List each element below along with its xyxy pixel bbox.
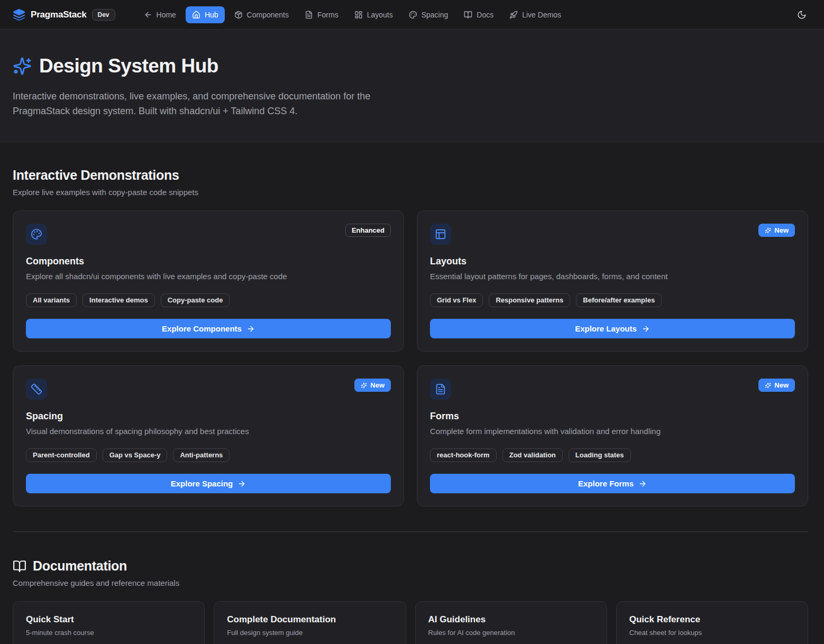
layers-icon: [13, 8, 25, 21]
nav-items: Home Hub Components Forms Layouts Spacin…: [138, 6, 568, 23]
arrow-left-icon: [144, 11, 152, 19]
tag-row: Grid vs Flex Responsive patterns Before/…: [430, 293, 795, 307]
nav-item-label: Layouts: [367, 11, 393, 19]
nav-item-forms[interactable]: Forms: [298, 6, 345, 23]
palette-icon: [409, 11, 417, 19]
top-nav: PragmaStack Dev Home Hub Components Form…: [0, 0, 824, 30]
sparkles-icon: [361, 382, 367, 389]
tag: Interactive demos: [83, 293, 155, 307]
page-description: Interactive demonstrations, live example…: [13, 89, 404, 118]
brand-name: PragmaStack: [31, 10, 87, 20]
tag: Zod validation: [502, 448, 563, 462]
tag: Copy-paste code: [161, 293, 230, 307]
rocket-icon: [509, 11, 518, 19]
demo-card-forms: New Forms Complete form implementations …: [417, 365, 808, 507]
demos-section-subheading: Explore live examples with copy-paste co…: [13, 188, 808, 197]
nav-item-live-demos[interactable]: Live Demos: [503, 6, 567, 23]
explore-layouts-button[interactable]: Explore Layouts: [430, 319, 795, 338]
tag: Gap vs Space-y: [103, 448, 168, 462]
tag: All variants: [26, 293, 77, 307]
button-label: Explore Spacing: [171, 479, 233, 488]
nav-item-label: Components: [247, 11, 289, 19]
doc-card-quick-reference[interactable]: Quick Reference Cheat sheet for lookups: [616, 601, 808, 644]
tag: Responsive patterns: [489, 293, 570, 307]
new-badge: New: [758, 379, 795, 392]
panels-top-left-icon: [430, 224, 451, 245]
doc-card-description: Cheat sheet for lookups: [629, 629, 795, 637]
button-label: Explore Components: [162, 324, 242, 333]
doc-card-description: Full design system guide: [227, 629, 392, 637]
nav-item-label: Live Demos: [522, 11, 561, 19]
nav-item-docs[interactable]: Docs: [457, 6, 500, 23]
arrow-right-icon: [642, 325, 650, 333]
dev-badge: Dev: [92, 9, 115, 21]
tag: react-hook-form: [430, 448, 497, 462]
nav-item-home[interactable]: Home: [138, 6, 182, 23]
book-open-icon: [464, 11, 472, 19]
nav-item-spacing[interactable]: Spacing: [402, 6, 455, 23]
card-title: Components: [26, 256, 391, 267]
sparkles-icon: [765, 227, 771, 234]
hero-section: Design System Hub Interactive demonstrat…: [0, 30, 824, 142]
card-description: Essential layout patterns for pages, das…: [430, 271, 795, 282]
brand: PragmaStack Dev: [13, 8, 115, 21]
layout-dashboard-icon: [354, 11, 363, 19]
doc-card-description: Rules for AI code generation: [428, 629, 594, 637]
tag: Anti-patterns: [173, 448, 230, 462]
card-description: Explore all shadcn/ui components with li…: [26, 271, 391, 282]
arrow-right-icon: [638, 480, 647, 488]
package-icon: [234, 11, 243, 19]
demo-card-components: Enhanced Components Explore all shadcn/u…: [13, 210, 404, 352]
new-badge: New: [758, 224, 795, 237]
nav-item-label: Hub: [205, 11, 218, 19]
doc-card-grid: Quick Start 5-minute crash course Comple…: [13, 601, 808, 644]
moon-icon: [797, 10, 807, 20]
nav-item-label: Forms: [317, 11, 338, 19]
button-label: Explore Forms: [578, 479, 634, 488]
demo-card-layouts: New Layouts Essential layout patterns fo…: [417, 210, 808, 352]
nav-item-components[interactable]: Components: [228, 6, 295, 23]
demo-card-spacing: New Spacing Visual demonstrations of spa…: [13, 365, 404, 507]
doc-card-ai-guidelines[interactable]: AI Guidelines Rules for AI code generati…: [415, 601, 607, 644]
doc-card-title: AI Guidelines: [428, 614, 594, 625]
doc-card-title: Quick Start: [26, 614, 191, 625]
ruler-icon: [26, 379, 47, 400]
card-title: Forms: [430, 411, 795, 422]
tag-row: react-hook-form Zod validation Loading s…: [430, 448, 795, 462]
tag-row: Parent-controlled Gap vs Space-y Anti-pa…: [26, 448, 391, 462]
house-icon: [192, 11, 200, 19]
arrow-right-icon: [237, 480, 246, 488]
doc-card-quick-start[interactable]: Quick Start 5-minute crash course: [13, 601, 205, 644]
main-content: Interactive Demonstrations Explore live …: [0, 142, 824, 644]
explore-forms-button[interactable]: Explore Forms: [430, 474, 795, 493]
doc-card-complete-documentation[interactable]: Complete Documentation Full design syste…: [214, 601, 406, 644]
theme-toggle-button[interactable]: [792, 5, 811, 24]
section-divider: [13, 531, 808, 532]
arrow-right-icon: [246, 325, 255, 333]
nav-item-hub[interactable]: Hub: [186, 6, 225, 23]
demo-card-grid: Enhanced Components Explore all shadcn/u…: [13, 210, 808, 507]
tag: Grid vs Flex: [430, 293, 483, 307]
doc-card-description: 5-minute crash course: [26, 629, 191, 637]
card-description: Complete form implementations with valid…: [430, 426, 795, 437]
file-text-icon: [430, 379, 451, 400]
palette-icon: [26, 224, 47, 245]
nav-right: [792, 5, 811, 24]
sparkles-icon: [765, 382, 771, 389]
page-title: Design System Hub: [39, 55, 218, 77]
file-text-icon: [305, 11, 313, 19]
explore-spacing-button[interactable]: Explore Spacing: [26, 474, 391, 493]
demos-section-heading: Interactive Demonstrations: [13, 142, 808, 183]
docs-section-subheading: Comprehensive guides and reference mater…: [13, 578, 808, 587]
nav-item-label: Docs: [477, 11, 493, 19]
tag-row: All variants Interactive demos Copy-past…: [26, 293, 391, 307]
explore-components-button[interactable]: Explore Components: [26, 319, 391, 338]
button-label: Explore Layouts: [575, 324, 637, 333]
docs-section-heading: Documentation: [33, 558, 127, 574]
tag: Parent-controlled: [26, 448, 97, 462]
tag: Loading states: [569, 448, 631, 462]
card-title: Spacing: [26, 411, 391, 422]
status-badge: Enhanced: [345, 224, 391, 237]
sparkles-icon: [13, 57, 32, 76]
nav-item-layouts[interactable]: Layouts: [348, 6, 399, 23]
